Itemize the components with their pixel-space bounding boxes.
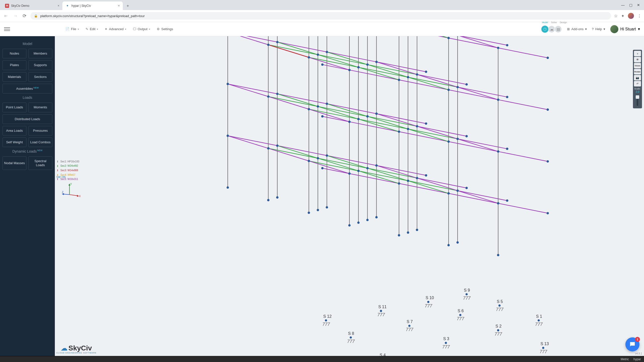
svg-line-33	[358, 119, 408, 129]
chat-button[interactable]: 1	[625, 337, 639, 351]
svg-line-10	[277, 146, 327, 155]
user-menu[interactable]: Hi Stuart ▾	[610, 25, 640, 33]
svg-text:777: 777	[323, 322, 330, 327]
browser-tab-1[interactable]: ✦ hypar | SkyCiv ×	[62, 2, 123, 10]
svg-line-78	[327, 52, 367, 65]
scale-slider[interactable]	[637, 95, 638, 106]
model-canvas[interactable]: S 1777S 2777S 3777S 4777S 5777S 6777S 77…	[55, 36, 644, 356]
svg-point-261	[427, 301, 429, 303]
minimize-icon[interactable]: —	[621, 3, 625, 7]
undo-view-button[interactable]: ↶	[634, 81, 641, 86]
btn-point-loads[interactable]: Point Loads	[3, 103, 26, 112]
back-icon[interactable]: ←	[3, 12, 9, 20]
favicon-1: ✦	[65, 4, 69, 8]
svg-line-82	[498, 100, 548, 110]
address-bar[interactable]: 🔒 platform.skyciv.com/structural?preload…	[30, 12, 611, 20]
browser-tab-0[interactable]: H SkyCiv Demo ×	[2, 2, 62, 10]
svg-text:S 8: S 8	[348, 331, 354, 336]
menu-help[interactable]: ?Help▾	[592, 27, 605, 31]
svg-line-56	[376, 114, 426, 123]
svg-point-158	[407, 179, 409, 182]
close-icon[interactable]: ×	[58, 4, 59, 8]
btn-nodes[interactable]: Nodes	[3, 49, 26, 58]
units-label[interactable]: Metric	[621, 357, 629, 361]
extensions-icon[interactable]: ✦	[621, 14, 624, 18]
menu-edit[interactable]: ✎Edit▾	[86, 27, 98, 31]
svg-point-139	[317, 209, 319, 211]
user-greeting: Hi Stuart	[620, 27, 636, 31]
visibility-button[interactable]: 👁	[634, 57, 641, 62]
close-icon[interactable]: ×	[118, 4, 120, 8]
address-row: ← → ⟳ 🔒 platform.skyciv.com/structural?p…	[0, 10, 644, 22]
svg-line-65	[318, 55, 368, 64]
btn-sections[interactable]: Sections	[28, 72, 52, 82]
zoom-in-button[interactable]: ＋	[634, 51, 641, 56]
help-icon: ?	[592, 27, 594, 31]
svg-point-209	[497, 47, 499, 49]
mode-design[interactable]: ▤	[554, 25, 562, 33]
svg-line-18	[408, 181, 449, 193]
svg-line-77	[368, 65, 408, 77]
svg-line-72	[228, 36, 268, 45]
mode-toggle[interactable]: Model Solve Design ⬡ ☁ ▤	[542, 25, 562, 33]
cloud-icon: ☁	[61, 344, 67, 352]
svg-point-228	[547, 57, 549, 59]
btn-spectral-loads[interactable]: Spectral Loads	[28, 156, 52, 170]
svg-text:Y: Y	[70, 183, 72, 186]
views-button[interactable]: Views	[634, 63, 641, 68]
svg-point-173	[447, 141, 450, 143]
camera-button[interactable]: 📷	[634, 75, 641, 80]
btn-members[interactable]: Members	[28, 49, 52, 58]
menu-output[interactable]: 🖵Output▾	[133, 27, 150, 31]
btn-load-combos[interactable]: Load Combos	[28, 138, 52, 147]
profile-avatar[interactable]	[628, 13, 634, 19]
svg-point-162	[456, 190, 459, 192]
svg-line-3	[309, 161, 358, 171]
forward-icon[interactable]: →	[12, 12, 19, 20]
mode-model[interactable]: ⬡	[541, 25, 549, 33]
new-tab-button[interactable]: ＋	[124, 3, 131, 10]
model-svg[interactable]: S 1777S 2777S 3777S 4777S 5777S 6777S 77…	[55, 36, 644, 356]
btn-nodal-masses[interactable]: Nodal Masses	[3, 156, 26, 170]
skyciv-logo: ☁SkyCiv CLOUD ENGINEERING SOFTWARE	[56, 344, 97, 354]
svg-point-191	[366, 63, 369, 66]
close-window-icon[interactable]: ✕	[637, 3, 640, 7]
svg-line-85	[376, 62, 426, 72]
menu-file[interactable]: 📄File▾	[65, 27, 79, 31]
menu-settings[interactable]: ⚙Settings	[157, 27, 173, 31]
btn-assemblies[interactable]: AssembliesNEW	[3, 84, 52, 94]
svg-line-90	[449, 38, 498, 48]
btn-supports[interactable]: Supports	[28, 60, 52, 70]
btn-distributed-loads[interactable]: Distributed Loads	[3, 114, 52, 124]
maximize-icon[interactable]: ▢	[629, 3, 632, 7]
app-menu: 📄File▾ ✎Edit▾ ✦Advanced▾ 🖵Output▾ ⚙Setti…	[65, 27, 173, 31]
svg-text:S 2: S 2	[495, 324, 501, 328]
svg-line-9	[228, 136, 277, 146]
svg-line-23	[376, 165, 417, 178]
svg-point-149	[348, 172, 350, 175]
btn-pressures[interactable]: Pressures	[28, 126, 52, 135]
star-icon[interactable]: ☆	[614, 14, 618, 18]
menu-icon[interactable]: ⋮	[637, 14, 641, 18]
svg-point-218	[547, 160, 549, 162]
btn-materials[interactable]: Materials	[3, 72, 26, 82]
svg-point-182	[308, 56, 310, 59]
btn-plates[interactable]: Plates	[3, 60, 26, 70]
preset-label[interactable]: hypar	[633, 357, 641, 361]
hamburger-icon[interactable]	[4, 26, 10, 32]
btn-self-weight[interactable]: Self Weight	[3, 138, 26, 147]
sidebar-title-model: Model	[3, 42, 52, 46]
btn-moments[interactable]: Moments	[28, 103, 52, 112]
btn-area-loads[interactable]: Area Loads	[3, 126, 26, 135]
menu-advanced[interactable]: ✦Advanced▾	[105, 27, 126, 31]
app-toolbar: 📄File▾ ✎Edit▾ ✦Advanced▾ 🖵Output▾ ⚙Setti…	[0, 22, 644, 36]
reload-icon[interactable]: ⟳	[22, 12, 27, 20]
svg-line-50	[458, 139, 498, 151]
svg-point-172	[276, 93, 278, 95]
svg-text:S 12: S 12	[323, 314, 332, 319]
monitor-icon: 🖵	[133, 27, 136, 31]
rotate-button[interactable]: Rotate	[634, 69, 641, 74]
menu-addons[interactable]: ⊞Add-ons▾	[567, 27, 587, 31]
svg-point-148	[375, 216, 378, 218]
svg-line-79	[458, 87, 498, 100]
